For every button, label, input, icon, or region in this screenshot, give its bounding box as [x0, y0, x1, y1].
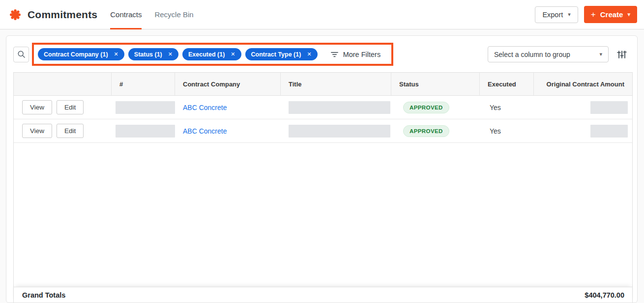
filter-pill-label: Contract Type (1): [251, 51, 301, 58]
row-status-cell: APPROVED: [391, 96, 480, 119]
col-header-number: #: [112, 73, 175, 95]
group-by-select-value: Select a column to group: [494, 51, 570, 58]
funnel-icon: [330, 51, 339, 58]
grand-totals-row: Grand Totals $404,770.00: [14, 287, 632, 303]
status-badge: APPROVED: [403, 125, 449, 137]
row-title-cell: [281, 119, 391, 142]
commitments-table: # Contract Company Title Status Executed…: [13, 72, 633, 303]
redacted-amount-value: [590, 125, 628, 138]
filter-toolbar: Contract Company (1) ✕ Status (1) ✕ Exec…: [6, 36, 637, 72]
redacted-number-value: [116, 101, 175, 114]
tab-contracts[interactable]: Contracts: [110, 0, 142, 29]
export-button-label: Export: [542, 11, 563, 19]
search-button[interactable]: [13, 47, 29, 62]
row-executed-cell: Yes: [480, 96, 534, 119]
grand-totals-label: Grand Totals: [22, 291, 65, 299]
commitments-panel: Contract Company (1) ✕ Status (1) ✕ Exec…: [6, 35, 638, 303]
table-empty-area: [14, 143, 632, 287]
table-row: View Edit ABC Concrete APPROVED Yes: [14, 96, 632, 119]
chevron-down-icon: ▾: [627, 12, 630, 17]
more-filters-label: More Filters: [343, 51, 381, 58]
filter-pill-status[interactable]: Status (1) ✕: [128, 48, 178, 60]
vertical-sliders-icon: [616, 50, 627, 59]
row-amount-cell: [534, 96, 632, 119]
grand-totals-amount: $404,770.00: [585, 291, 624, 299]
header-actions: Export ▾ + Create ▾: [535, 6, 637, 23]
edit-button[interactable]: Edit: [57, 124, 84, 138]
view-button[interactable]: View: [22, 100, 52, 114]
contract-company-link[interactable]: ABC Concrete: [175, 127, 227, 135]
group-by-select[interactable]: Select a column to group ▾: [488, 46, 609, 62]
tool-tabs: Contracts Recycle Bin: [110, 0, 193, 29]
status-badge: APPROVED: [403, 102, 449, 113]
filter-pill-label: Contract Company (1): [44, 51, 108, 58]
col-header-actions: [14, 73, 112, 95]
table-header-row: # Contract Company Title Status Executed…: [14, 72, 632, 96]
col-header-title: Title: [281, 73, 391, 95]
row-actions-cell: View Edit: [14, 96, 112, 119]
close-icon[interactable]: ✕: [307, 51, 311, 57]
row-company-cell: ABC Concrete: [175, 96, 281, 119]
close-icon[interactable]: ✕: [114, 51, 118, 57]
filter-pill-executed[interactable]: Executed (1) ✕: [182, 48, 241, 60]
redacted-title-value: [289, 101, 390, 114]
edit-button[interactable]: Edit: [57, 100, 84, 114]
tab-recycle-bin[interactable]: Recycle Bin: [154, 0, 193, 29]
filter-annotation-highlight: Contract Company (1) ✕ Status (1) ✕ Exec…: [32, 43, 393, 66]
row-company-cell: ABC Concrete: [175, 119, 281, 142]
contract-company-link[interactable]: ABC Concrete: [175, 104, 227, 111]
create-button-label: Create: [600, 10, 623, 19]
row-number-cell: [112, 119, 175, 142]
col-header-status: Status: [391, 73, 480, 95]
row-number-cell: [112, 96, 175, 119]
chevron-down-icon: ▾: [599, 52, 602, 57]
col-header-original-contract-amount: Original Contract Amount: [534, 73, 632, 95]
page-title: Commitments: [28, 9, 97, 21]
column-settings-button[interactable]: [616, 50, 627, 59]
chevron-down-icon: ▾: [568, 12, 571, 17]
row-actions-cell: View Edit: [14, 119, 112, 142]
close-icon[interactable]: ✕: [231, 51, 235, 57]
procore-flower-icon: [9, 8, 22, 21]
row-executed-cell: Yes: [480, 119, 534, 142]
filter-pill-contract-type[interactable]: Contract Type (1) ✕: [245, 48, 318, 60]
col-header-contract-company: Contract Company: [175, 73, 281, 95]
export-button[interactable]: Export ▾: [535, 6, 578, 23]
redacted-number-value: [116, 125, 175, 138]
filter-pill-contract-company[interactable]: Contract Company (1) ✕: [38, 48, 124, 60]
row-amount-cell: [534, 119, 632, 142]
redacted-title-value: [289, 125, 390, 138]
col-header-executed: Executed: [480, 73, 534, 95]
redacted-amount-value: [590, 101, 628, 114]
row-title-cell: [281, 96, 391, 119]
table-row: View Edit ABC Concrete APPROVED Yes: [14, 119, 632, 143]
create-button[interactable]: + Create ▾: [584, 6, 637, 23]
filter-pill-label: Status (1): [134, 51, 162, 58]
search-icon: [17, 50, 26, 58]
plus-icon: +: [591, 10, 596, 19]
row-status-cell: APPROVED: [391, 119, 480, 142]
view-button[interactable]: View: [22, 124, 52, 138]
close-icon[interactable]: ✕: [168, 51, 173, 57]
filter-pill-label: Executed (1): [188, 51, 225, 58]
top-header: Commitments Contracts Recycle Bin Export…: [0, 0, 644, 29]
more-filters-button[interactable]: More Filters: [330, 51, 381, 58]
